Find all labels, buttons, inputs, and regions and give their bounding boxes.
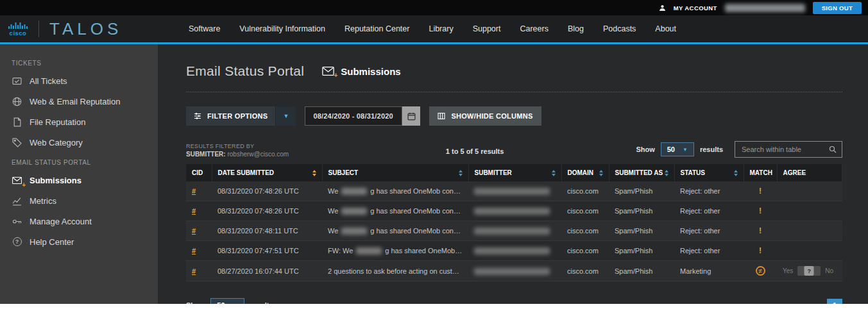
table-row: # 08/27/2020 16:07:44 UTC 2 questions to…: [186, 261, 842, 281]
nav-item-software[interactable]: Software: [189, 24, 220, 33]
nav-item-careers[interactable]: Careers: [520, 24, 548, 33]
question-icon: ?: [12, 237, 22, 247]
redacted-subject-text: [341, 228, 367, 235]
sidebar-item-help-center[interactable]: ? Help Center: [0, 231, 158, 252]
exclamation-icon: !: [759, 187, 762, 196]
cell-submitted-as: Spam/Phish: [609, 241, 674, 261]
table-row: # 08/31/2020 07:47:51 UTC FW: Weg has sh…: [186, 241, 842, 261]
sidebar-item-submissions[interactable]: + Submissions: [0, 170, 158, 190]
show-hide-columns-button[interactable]: SHOW/HIDE COLUMNS: [429, 106, 541, 126]
sidebar-item-file-reputation[interactable]: File Reputation: [0, 112, 158, 132]
nav-item-support[interactable]: Support: [473, 24, 501, 33]
sidebar-item-web-category[interactable]: Web Category: [0, 132, 158, 153]
cell-domain: cisco.com: [561, 221, 609, 241]
agree-no-label: No: [825, 267, 833, 274]
cell-date: 08/31/2020 07:48:11 UTC: [212, 221, 322, 241]
sidebar-item-manage-account[interactable]: Manage Account: [0, 211, 158, 231]
sidebar-item-all-tickets[interactable]: All Tickets: [0, 71, 158, 91]
envelope-plus-icon: +: [12, 175, 22, 185]
cisco-wordmark: cisco: [10, 29, 27, 37]
nav-item-library[interactable]: Library: [429, 24, 453, 33]
sidebar-item-label: Metrics: [30, 196, 56, 206]
sidebar-item-label: All Tickets: [30, 76, 67, 86]
nav-item-blog[interactable]: Blog: [568, 24, 584, 33]
cisco-talos-logo[interactable]: cisco TALOS: [0, 21, 150, 37]
redacted-submitter: [474, 208, 550, 215]
col-header-date-submitted[interactable]: DATE SUBMITTED: [212, 164, 322, 181]
sidebar-item-label: Help Center: [30, 237, 74, 247]
cell-status: Reject: other: [674, 181, 744, 201]
date-range-input[interactable]: 08/24/2020 - 08/31/2020: [305, 106, 402, 126]
results-per-page-select[interactable]: 50 ▼: [210, 298, 244, 304]
cell-submitter: [468, 221, 561, 241]
cell-submitted-as: Spam/Phish: [609, 261, 674, 281]
cell-agree: Yes ? No: [777, 261, 842, 281]
ticket-icon: [12, 76, 22, 86]
show-results-control-top: Show 50 ▼ results: [636, 142, 723, 156]
cell-subject: Weg has shared OneMob content w...: [322, 221, 468, 241]
exclamation-icon: !: [759, 226, 762, 235]
talos-wordmark: TALOS: [38, 21, 122, 37]
redacted-subject-text: [341, 188, 367, 195]
filter-summary-heading: RESULTS FILTERED BY: [186, 143, 289, 149]
cid-link[interactable]: #: [192, 227, 196, 235]
calendar-button[interactable]: [402, 106, 420, 126]
chevron-down-icon: ▼: [233, 303, 238, 305]
redacted-submitter: [474, 188, 550, 195]
filter-sliders-icon: [194, 112, 201, 120]
sidebar-item-web-email-reputation[interactable]: Web & Email Reputation: [0, 91, 158, 112]
redacted-submitter: [474, 268, 550, 275]
redacted-account-name: [725, 4, 805, 12]
cell-status: Marketing: [674, 261, 744, 281]
nav-item-vulnerability-information[interactable]: Vulnerability Information: [239, 24, 325, 33]
tag-icon: [12, 137, 22, 147]
cell-submitter: [468, 201, 561, 221]
table-meta-row: RESULTS FILTERED BY SUBMITTER: robsherw@…: [186, 141, 842, 158]
table-search-box: [735, 141, 842, 158]
search-input[interactable]: [740, 145, 829, 154]
col-header-status[interactable]: STATUS: [674, 164, 744, 181]
cell-domain: cisco.com: [561, 181, 609, 201]
cell-subject: Weg has shared OneMob content w...: [322, 181, 468, 201]
cid-link[interactable]: #: [192, 207, 196, 215]
date-range-control: 08/24/2020 - 08/31/2020: [305, 106, 420, 126]
sidebar-item-metrics[interactable]: Metrics: [0, 190, 158, 211]
search-icon: [829, 146, 837, 153]
cell-submitter: [468, 261, 561, 281]
sidebar-item-label: Web Category: [30, 138, 83, 147]
nav-item-podcasts[interactable]: Podcasts: [603, 24, 636, 33]
cell-date: 08/31/2020 07:47:51 UTC: [212, 241, 322, 261]
dotted-divider: [186, 92, 842, 92]
filter-options-button[interactable]: FILTER OPTIONS ▼: [186, 106, 296, 126]
cell-submitted-as: Spam/Phish: [609, 221, 674, 241]
cisco-logo: cisco: [8, 22, 28, 37]
sign-out-button[interactable]: SIGN OUT: [813, 2, 862, 14]
my-account-link[interactable]: MY ACCOUNT: [674, 4, 717, 12]
table-controls: Show 50 ▼ results: [636, 141, 842, 158]
filter-summary: RESULTS FILTERED BY SUBMITTER: robsherw@…: [186, 143, 289, 158]
col-header-domain[interactable]: DOMAIN: [561, 164, 609, 181]
cid-link[interactable]: #: [192, 187, 196, 195]
cid-link[interactable]: #: [192, 267, 196, 275]
nav-item-about[interactable]: About: [655, 24, 676, 33]
show-label: Show: [636, 146, 654, 153]
sidebar-item-label: File Reputation: [30, 117, 85, 127]
agree-toggle[interactable]: ?: [797, 266, 821, 276]
cell-match: !: [744, 201, 777, 221]
show-label: Show: [186, 301, 205, 304]
pagination-page-1[interactable]: 1: [827, 299, 842, 305]
cell-submitter: [468, 241, 561, 261]
cell-domain: cisco.com: [561, 261, 609, 281]
results-label: results: [700, 146, 723, 153]
col-header-submitted-as[interactable]: SUBMITTED AS: [609, 164, 674, 181]
sort-icon: [312, 170, 316, 176]
nav-item-reputation-center[interactable]: Reputation Center: [345, 24, 409, 33]
cell-match: ≠: [744, 261, 777, 281]
sidebar-item-label: Submissions: [30, 176, 81, 185]
cell-date: 08/31/2020 07:48:26 UTC: [212, 201, 322, 221]
col-header-submitter[interactable]: SUBMITTER: [468, 164, 561, 181]
col-header-subject[interactable]: SUBJECT: [322, 164, 468, 181]
col-header-agree: AGREE: [777, 164, 842, 181]
cid-link[interactable]: #: [192, 247, 196, 255]
results-per-page-select[interactable]: 50 ▼: [661, 142, 694, 156]
